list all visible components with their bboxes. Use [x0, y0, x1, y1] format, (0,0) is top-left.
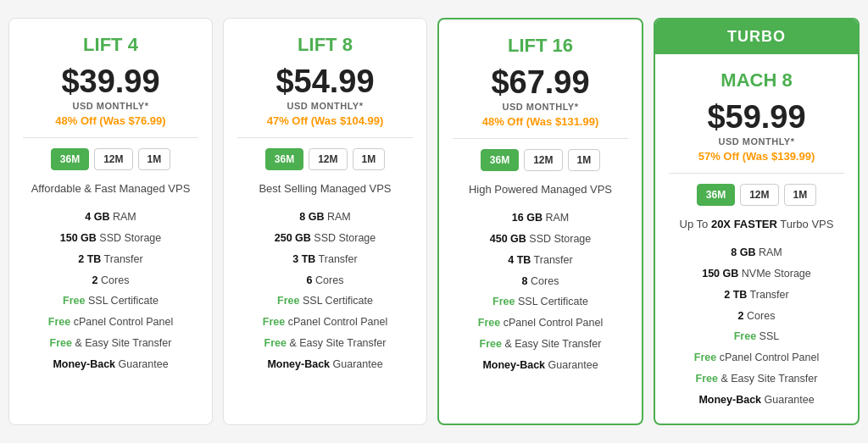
feature-bold: 2	[92, 274, 98, 286]
plan-discount-mach8: 57% Off (Was $139.99)	[698, 150, 815, 163]
feature-item-lift4-0: 4 GB RAM	[23, 207, 198, 228]
feature-bold: 2 TB	[724, 289, 747, 301]
plan-period-lift8: USD MONTHLY*	[287, 101, 364, 111]
term-btn-12m-lift4[interactable]: 12M	[94, 148, 132, 170]
plan-name-lift8: LIFT 8	[298, 34, 353, 56]
feature-bold: 150 GB	[60, 232, 97, 244]
feature-bold: 450 GB	[490, 233, 526, 245]
plan-card-lift16: LIFT 16$67.99USD MONTHLY*48% Off (Was $1…	[437, 18, 643, 426]
plan-body-lift16: LIFT 16$67.99USD MONTHLY*48% Off (Was $1…	[439, 19, 642, 424]
feature-item-lift16-1: 450 GB SSD Storage	[453, 229, 628, 250]
term-btn-1m-lift16[interactable]: 1M	[568, 149, 601, 171]
free-label: Free	[277, 295, 299, 307]
term-btn-36m-mach8[interactable]: 36M	[697, 184, 735, 206]
feature-item-lift8-1: 250 GB SSD Storage	[237, 228, 413, 249]
feature-bold: 3 TB	[292, 253, 315, 265]
features-list-lift8: 8 GB RAM250 GB SSD Storage3 TB Transfer6…	[237, 207, 413, 374]
divider-mach8	[669, 173, 844, 174]
feature-item-lift8-0: 8 GB RAM	[237, 207, 413, 228]
term-btn-1m-mach8[interactable]: 1M	[784, 184, 817, 206]
feature-bold: 8 GB	[299, 211, 324, 223]
feature-item-lift8-4: Free SSL Certificate	[237, 291, 413, 312]
plan-discount-lift16: 48% Off (Was $131.99)	[482, 115, 599, 128]
feature-bold: 8 GB	[731, 246, 755, 258]
features-list-lift4: 4 GB RAM150 GB SSD Storage2 TB Transfer2…	[23, 207, 198, 374]
plan-price-lift8: $54.99	[275, 64, 374, 100]
feature-item-mach8-2: 2 TB Transfer	[669, 285, 844, 306]
feature-item-lift4-2: 2 TB Transfer	[23, 249, 198, 270]
term-btn-12m-mach8[interactable]: 12M	[740, 184, 778, 206]
feature-item-lift8-5: Free cPanel Control Panel	[237, 312, 413, 333]
plan-period-lift16: USD MONTHLY*	[503, 102, 579, 112]
free-label: Free	[480, 338, 502, 350]
divider-lift4	[23, 137, 198, 138]
feature-item-lift4-6: Free & Easy Site Transfer	[23, 333, 198, 354]
free-label: Free	[63, 295, 85, 307]
turbo-header: TURBO	[655, 19, 858, 54]
feature-item-lift16-0: 16 GB RAM	[453, 208, 628, 229]
divider-lift16	[453, 138, 628, 139]
plan-tagline-mach8: Up To 20X FASTER Turbo VPS	[680, 218, 834, 230]
feature-item-mach8-3: 2 Cores	[669, 306, 844, 327]
feature-item-lift4-4: Free SSL Certificate	[23, 291, 198, 312]
plan-price-lift4: $39.99	[61, 64, 159, 100]
feature-item-lift4-7: Money-Back Guarantee	[23, 354, 198, 375]
feature-item-mach8-6: Free & Easy Site Transfer	[669, 368, 844, 390]
plan-tagline-lift8: Best Selling Managed VPS	[259, 182, 391, 195]
features-list-mach8: 8 GB RAM150 GB NVMe Storage2 TB Transfer…	[669, 242, 844, 410]
plan-body-lift4: LIFT 4$39.99USD MONTHLY*48% Off (Was $76…	[9, 19, 212, 425]
feature-item-mach8-7: Money-Back Guarantee	[669, 390, 844, 411]
plan-name-lift4: LIFT 4	[83, 34, 138, 56]
term-btn-36m-lift16[interactable]: 36M	[481, 149, 519, 171]
plan-period-lift4: USD MONTHLY*	[73, 101, 149, 111]
feature-item-mach8-0: 8 GB RAM	[669, 242, 844, 263]
term-btn-1m-lift4[interactable]: 1M	[138, 148, 171, 170]
plan-body-mach8: MACH 8$59.99USD MONTHLY*57% Off (Was $13…	[655, 54, 858, 424]
free-label: Free	[48, 316, 70, 328]
free-label: Free	[263, 316, 285, 328]
plan-discount-lift8: 47% Off (Was $104.99)	[267, 114, 384, 127]
plan-discount-lift4: 48% Off (Was $76.99)	[55, 114, 165, 127]
feature-bold: 150 GB	[702, 268, 738, 280]
feature-item-mach8-1: 150 GB NVMe Storage	[669, 263, 844, 285]
feature-item-lift4-1: 150 GB SSD Storage	[23, 228, 198, 249]
feature-bold: Money-Back	[267, 358, 330, 370]
feature-item-lift16-5: Free cPanel Control Panel	[453, 313, 628, 334]
feature-item-lift8-7: Money-Back Guarantee	[237, 354, 413, 375]
feature-bold: 2 TB	[78, 253, 101, 265]
term-btn-12m-lift16[interactable]: 12M	[524, 149, 562, 171]
plan-tagline-lift16: High Powered Managed VPS	[469, 183, 612, 196]
feature-item-mach8-5: Free cPanel Control Panel	[669, 347, 844, 368]
feature-bold: 8	[522, 275, 528, 287]
plan-name-lift16: LIFT 16	[508, 35, 573, 57]
feature-bold: 2	[738, 310, 744, 322]
free-label: Free	[694, 352, 716, 363]
term-btn-36m-lift8[interactable]: 36M	[265, 148, 303, 170]
feature-bold: Money-Back	[482, 359, 545, 371]
feature-item-lift16-6: Free & Easy Site Transfer	[453, 334, 628, 355]
feature-item-mach8-4: Free SSL	[669, 326, 844, 347]
term-btn-1m-lift8[interactable]: 1M	[353, 148, 386, 170]
features-list-lift16: 16 GB RAM450 GB SSD Storage4 TB Transfer…	[453, 208, 628, 375]
feature-item-lift16-2: 4 TB Transfer	[453, 250, 628, 271]
feature-item-lift16-3: 8 Cores	[453, 271, 628, 292]
feature-bold: 4 GB	[85, 211, 109, 223]
plans-container: LIFT 4$39.99USD MONTHLY*48% Off (Was $76…	[8, 18, 860, 426]
divider-lift8	[237, 137, 413, 138]
plan-card-lift8: LIFT 8$54.99USD MONTHLY*47% Off (Was $10…	[223, 18, 427, 426]
feature-bold: 16 GB	[512, 212, 542, 224]
term-btn-36m-lift4[interactable]: 36M	[51, 148, 89, 170]
feature-item-lift4-3: 2 Cores	[23, 270, 198, 291]
term-buttons-mach8: 36M12M1M	[697, 184, 816, 206]
term-buttons-lift4: 36M12M1M	[51, 148, 170, 170]
plan-card-mach8: TURBOMACH 8$59.99USD MONTHLY*57% Off (Wa…	[654, 18, 860, 426]
feature-bold: 6	[307, 274, 313, 286]
plan-period-mach8: USD MONTHLY*	[719, 136, 795, 147]
feature-item-lift4-5: Free cPanel Control Panel	[23, 312, 198, 333]
feature-item-lift8-2: 3 TB Transfer	[237, 249, 413, 270]
free-label: Free	[264, 337, 287, 349]
term-btn-12m-lift8[interactable]: 12M	[309, 148, 347, 170]
feature-item-lift16-4: Free SSL Certificate	[453, 291, 628, 313]
term-buttons-lift16: 36M12M1M	[481, 149, 600, 171]
feature-bold: 4 TB	[508, 254, 531, 266]
